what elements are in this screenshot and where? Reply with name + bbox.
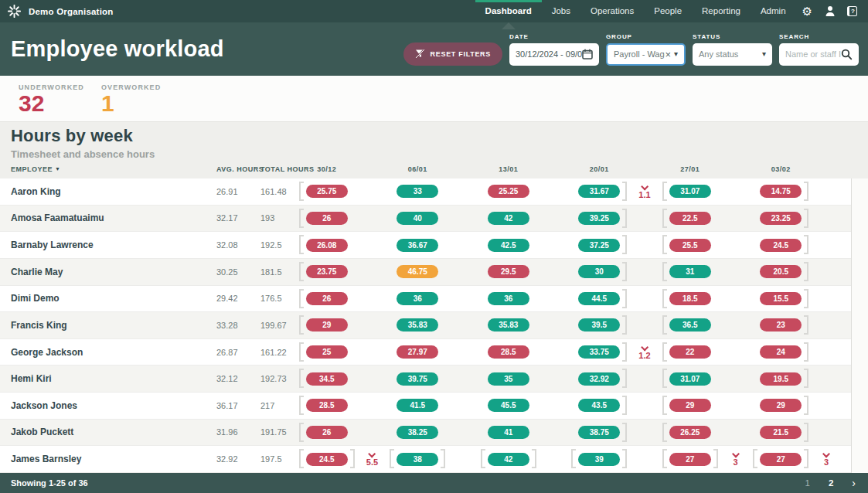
table-row[interactable]: Amosa Faamatuaimu32.1719326404239.2522.5… <box>0 206 868 233</box>
hours-pill[interactable]: 41.5 <box>397 399 438 412</box>
hours-pill[interactable]: 39.75 <box>397 372 438 386</box>
hours-pill[interactable]: 36.67 <box>397 239 438 252</box>
table-row[interactable]: Dimi Demo29.42176.526363644.518.515.5 <box>0 286 868 313</box>
hours-pill[interactable]: 31.07 <box>669 185 711 198</box>
hours-pill[interactable]: 27 <box>760 453 802 466</box>
reset-filters-button[interactable]: RESET FILTERS <box>403 42 502 66</box>
nav-item-people[interactable]: People <box>644 0 692 22</box>
hours-pill[interactable]: 28.5 <box>306 399 348 412</box>
hours-pill[interactable]: 31 <box>669 265 711 278</box>
status-select[interactable]: Any status ▾ <box>693 43 772 66</box>
employee-name[interactable]: Barnaby Lawrence <box>0 240 216 250</box>
hours-pill[interactable]: 38.25 <box>397 426 438 439</box>
calendar-icon[interactable] <box>582 49 593 60</box>
date-range-input[interactable]: 30/12/2024 - 09/02/2025 <box>509 43 599 66</box>
employee-name[interactable]: Dimi Demo <box>0 293 216 304</box>
group-select[interactable]: Payroll - Wages ... × ▾ <box>606 43 686 66</box>
hours-pill[interactable]: 29 <box>760 399 802 412</box>
hours-pill[interactable]: 34.5 <box>306 372 348 386</box>
hours-pill[interactable]: 33 <box>397 185 438 198</box>
hours-pill[interactable]: 44.5 <box>578 292 620 305</box>
hours-pill[interactable]: 30 <box>578 265 620 278</box>
hours-pill[interactable]: 29.5 <box>488 265 529 278</box>
hours-pill[interactable]: 26 <box>306 426 348 439</box>
settings-gear-icon[interactable]: ⚙ <box>802 5 812 17</box>
column-header-week[interactable]: 20/01 <box>554 165 645 173</box>
hours-pill[interactable]: 46.75 <box>397 265 438 278</box>
hours-pill[interactable]: 43.5 <box>578 399 620 412</box>
employee-name[interactable]: Hemi Kiri <box>0 373 216 384</box>
hours-pill[interactable]: 39 <box>578 453 620 466</box>
hours-pill[interactable]: 26.08 <box>306 239 348 252</box>
org-logo-icon[interactable] <box>8 5 21 18</box>
next-page-icon[interactable]: › <box>852 478 856 488</box>
column-header-total-hours[interactable]: TOTAL HOURS <box>260 165 281 173</box>
clear-group-icon[interactable]: × <box>665 49 671 60</box>
hours-pill[interactable]: 42 <box>488 453 529 466</box>
hours-pill[interactable]: 24 <box>760 345 802 359</box>
table-row[interactable]: Jakob Puckett31.96191.752638.254138.7526… <box>0 420 868 447</box>
hours-pill[interactable]: 41 <box>488 426 529 439</box>
employee-name[interactable]: Amosa Faamatuaimu <box>0 212 216 223</box>
table-row[interactable]: James Barnsley32.92197.524.55.5384239273… <box>0 446 868 473</box>
hours-pill[interactable]: 39.25 <box>578 212 620 225</box>
hours-pill[interactable]: 38 <box>397 453 438 466</box>
page-button-1[interactable]: 1 <box>805 478 810 488</box>
hours-pill[interactable]: 14.75 <box>760 185 802 198</box>
hours-pill[interactable]: 42 <box>488 212 529 225</box>
employee-name[interactable]: Jackson Jones <box>0 400 216 411</box>
nav-item-reporting[interactable]: Reporting <box>692 0 751 22</box>
hours-pill[interactable]: 26 <box>306 212 348 225</box>
hours-pill[interactable]: 25.75 <box>306 185 348 198</box>
hours-pill[interactable]: 22.5 <box>669 212 711 225</box>
hours-pill[interactable]: 23.75 <box>306 265 348 278</box>
nav-item-dashboard[interactable]: Dashboard <box>475 0 542 22</box>
hours-pill[interactable]: 36.5 <box>669 318 711 332</box>
hours-pill[interactable]: 26.25 <box>669 426 711 439</box>
hours-pill[interactable]: 24.5 <box>306 453 348 466</box>
hours-pill[interactable]: 18.5 <box>669 292 711 305</box>
column-header-employee[interactable]: EMPLOYEE ▼ <box>0 165 216 173</box>
employee-name[interactable]: Charlie May <box>0 267 216 277</box>
hours-pill[interactable]: 32.92 <box>578 372 620 386</box>
table-row[interactable]: Aaron King26.91161.4825.753325.2531.671.… <box>0 178 868 206</box>
hours-pill[interactable]: 42.5 <box>488 239 529 252</box>
hours-pill[interactable]: 36 <box>488 292 529 305</box>
table-row[interactable]: Barnaby Lawrence32.08192.526.0836.6742.5… <box>0 232 868 259</box>
employee-name[interactable]: Jakob Puckett <box>0 427 216 437</box>
employee-name[interactable]: James Barnsley <box>0 454 216 464</box>
hours-pill[interactable]: 26 <box>306 292 348 305</box>
table-row[interactable]: Jackson Jones36.1721728.541.545.543.5292… <box>0 393 868 420</box>
hours-pill[interactable]: 23.25 <box>760 212 802 225</box>
org-name[interactable]: Demo Organisation <box>29 7 113 16</box>
nav-item-jobs[interactable]: Jobs <box>542 0 580 22</box>
hours-pill[interactable]: 36 <box>397 292 438 305</box>
hours-pill[interactable]: 37.25 <box>578 239 620 252</box>
hours-pill[interactable]: 25.5 <box>669 239 711 252</box>
column-header-avg-hours[interactable]: AVG. HOURS <box>216 165 260 173</box>
table-row[interactable]: George Jackson26.87161.222527.9728.533.7… <box>0 339 868 366</box>
nav-item-operations[interactable]: Operations <box>580 0 644 22</box>
column-header-week[interactable]: 06/01 <box>373 165 464 173</box>
hours-pill[interactable]: 35.83 <box>397 318 438 332</box>
hours-pill[interactable]: 29 <box>306 318 348 332</box>
hours-pill[interactable]: 21.5 <box>760 426 802 439</box>
hours-pill[interactable]: 31.67 <box>578 185 620 198</box>
hours-pill[interactable]: 38.75 <box>578 426 620 439</box>
hours-pill[interactable]: 35 <box>488 372 529 386</box>
hours-pill[interactable]: 27.97 <box>397 345 438 359</box>
column-header-week[interactable]: 03/02 <box>736 165 827 173</box>
hours-pill[interactable]: 25.25 <box>488 185 529 198</box>
page-button-2[interactable]: 2 <box>829 478 833 488</box>
employee-name[interactable]: Aaron King <box>0 186 216 197</box>
hours-pill[interactable]: 39.5 <box>578 318 620 332</box>
hours-pill[interactable]: 29 <box>669 399 711 412</box>
employee-name[interactable]: Francis King <box>0 320 216 331</box>
hours-pill[interactable]: 24.5 <box>760 239 802 252</box>
hours-pill[interactable]: 19.5 <box>760 372 802 386</box>
search-input[interactable] <box>785 49 841 59</box>
hours-pill[interactable]: 23 <box>760 318 802 332</box>
hours-pill[interactable]: 33.75 <box>578 345 620 359</box>
hours-pill[interactable]: 22 <box>669 345 711 359</box>
help-book-icon[interactable]: ? <box>847 6 857 16</box>
